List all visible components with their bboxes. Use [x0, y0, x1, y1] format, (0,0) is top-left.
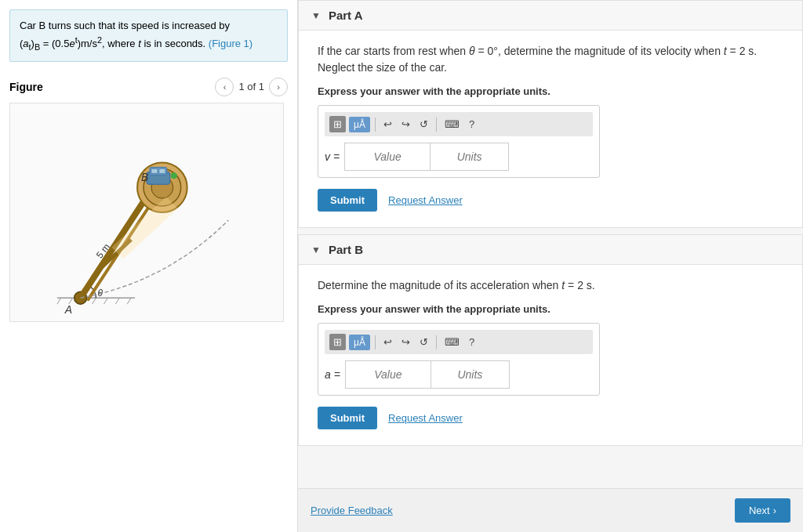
svg-rect-23 [159, 168, 165, 173]
part-b-redo-btn[interactable]: ↪ [398, 335, 413, 349]
next-btn-arrow: › [773, 505, 776, 516]
part-a-undo-btn[interactable]: ↩ [380, 117, 395, 132]
part-b-section: ▼ Part B Determine the magnitude of its … [298, 234, 803, 446]
part-a-express-label: Express your answer with the appropriate… [318, 85, 783, 97]
right-panel: ▼ Part A If the car starts from rest whe… [298, 0, 803, 532]
part-b-submit-btn[interactable]: Submit [318, 407, 377, 429]
part-b-undo-btn[interactable]: ↩ [380, 335, 395, 349]
part-b-question: Determine the magnitude of its accelerat… [318, 277, 783, 294]
part-a-refresh-btn[interactable]: ↺ [416, 117, 431, 132]
figure-nav: ‹ 1 of 1 › [215, 78, 288, 96]
next-btn-label: Next [749, 505, 770, 516]
part-b-keyboard-btn[interactable]: ⌨ [441, 335, 463, 349]
left-panel: Car B turns such that its speed is incre… [0, 0, 298, 532]
part-a-question: If the car starts from rest when θ = 0°,… [318, 43, 783, 76]
part-b-help-btn[interactable]: ? [466, 335, 478, 349]
figure-image: A θ 5 m [9, 103, 284, 322]
part-a-value-input[interactable] [344, 143, 431, 171]
problem-text-line1: Car B turns such that its speed is incre… [20, 20, 230, 31]
part-b-header[interactable]: ▼ Part B [299, 235, 802, 265]
figure-link[interactable]: (Figure 1) [209, 38, 253, 49]
part-a-help-btn[interactable]: ? [466, 117, 478, 132]
part-a-units-input[interactable] [431, 143, 509, 171]
part-a-arrow: ▼ [311, 10, 321, 21]
svg-text:A: A [64, 303, 72, 316]
part-a-content: If the car starts from rest when θ = 0°,… [299, 31, 802, 227]
part-b-title: Part B [329, 243, 363, 256]
svg-rect-22 [151, 168, 158, 173]
part-b-express-label: Express your answer with the appropriate… [318, 303, 783, 315]
part-b-arrow: ▼ [311, 244, 321, 255]
problem-math: (at)B = (0.5et)m/s2, where t is in secon… [20, 38, 209, 49]
part-a-section: ▼ Part A If the car starts from rest whe… [298, 0, 803, 228]
part-a-action-row: Submit Request Answer [318, 189, 783, 212]
part-b-input-row: a = [325, 360, 593, 389]
part-a-submit-btn[interactable]: Submit [318, 189, 377, 212]
figure-svg: A θ 5 m [10, 103, 283, 321]
part-b-request-answer-btn[interactable]: Request Answer [388, 412, 463, 424]
part-b-value-input[interactable] [345, 360, 431, 389]
part-b-refresh-btn[interactable]: ↺ [416, 335, 431, 349]
part-b-action-row: Submit Request Answer [318, 407, 783, 429]
part-a-separator2 [436, 118, 437, 132]
figure-section: Figure ‹ 1 of 1 › [0, 71, 297, 532]
svg-text:B: B [141, 171, 148, 183]
part-a-header[interactable]: ▼ Part A [299, 1, 802, 31]
provide-feedback-btn[interactable]: Provide Feedback [311, 505, 393, 516]
part-b-content: Determine the magnitude of its accelerat… [299, 265, 802, 445]
figure-header: Figure ‹ 1 of 1 › [9, 78, 288, 96]
part-a-question-line2: Neglect the size of the car. [318, 61, 447, 74]
problem-statement: Car B turns such that its speed is incre… [9, 9, 288, 62]
part-a-title: Part A [329, 9, 363, 22]
part-a-var-label: v = [325, 150, 340, 163]
figure-prev-btn[interactable]: ‹ [215, 78, 234, 96]
part-b-math-input-box: ⊞ μÅ ↩ ↪ ↺ ⌨ ? a = [318, 323, 600, 396]
part-a-keyboard-btn[interactable]: ⌨ [441, 117, 463, 132]
figure-next-btn[interactable]: › [269, 78, 288, 96]
parts-wrapper: ▼ Part A If the car starts from rest whe… [298, 0, 803, 488]
part-b-matrix-btn[interactable]: ⊞ [329, 334, 346, 350]
part-b-var-label: a = [325, 368, 340, 381]
svg-point-24 [171, 172, 177, 179]
part-a-request-answer-btn[interactable]: Request Answer [388, 194, 463, 206]
figure-title: Figure [9, 81, 43, 93]
part-b-units-input[interactable] [431, 360, 510, 389]
part-a-math-input-box: ⊞ μÅ ↩ ↪ ↺ ⌨ ? v = [318, 105, 600, 178]
bottom-bar: Provide Feedback Next › [298, 488, 803, 532]
part-a-toolbar: ⊞ μÅ ↩ ↪ ↺ ⌨ ? [325, 112, 593, 136]
part-a-separator1 [375, 118, 376, 132]
figure-counter: 1 of 1 [238, 81, 264, 92]
part-b-separator1 [375, 335, 376, 349]
part-b-toolbar: ⊞ μÅ ↩ ↪ ↺ ⌨ ? [325, 330, 593, 354]
part-b-mu-btn[interactable]: μÅ [349, 335, 370, 350]
part-a-input-row: v = [325, 143, 593, 171]
part-b-separator2 [436, 335, 437, 349]
part-a-mu-btn[interactable]: μÅ [349, 117, 370, 132]
part-a-matrix-btn[interactable]: ⊞ [329, 116, 346, 132]
part-a-redo-btn[interactable]: ↪ [398, 117, 413, 132]
next-btn[interactable]: Next › [735, 498, 790, 523]
